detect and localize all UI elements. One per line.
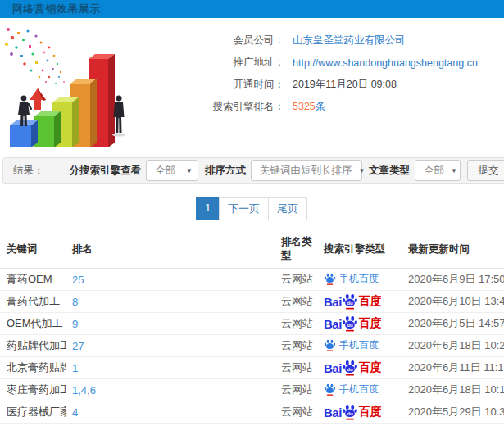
- rank-count: 5325: [293, 101, 316, 112]
- rank-type-cell: 云网站: [275, 313, 317, 335]
- rank-type-cell: 云网站: [275, 357, 317, 379]
- page-title: 网络营销效果展示: [0, 2, 101, 16]
- engine-rank-row: 搜索引擎排名： 5325条: [152, 96, 478, 118]
- table-row: 北京膏药贴牌1云网站Baidu百度2020年6月11日 11:18: [0, 357, 504, 379]
- sort-select[interactable]: 关键词由短到长排序 ▼: [251, 160, 362, 181]
- svg-text:du: du: [347, 411, 353, 416]
- account-info-list: 会员公司： 山东皇圣堂药业有限公司 推广地址： http://www.shand…: [152, 25, 478, 154]
- updated-cell: 2020年6月18日 10:19: [402, 379, 504, 401]
- rank-type-cell: 云网站: [275, 379, 317, 401]
- last-page-button[interactable]: 尾页: [268, 197, 307, 220]
- sort-select-value: 关键词由短到长排序: [260, 164, 352, 178]
- promo-url-link[interactable]: http://www.shandonghuangshengtang.cn: [293, 57, 478, 69]
- keyword-cell: 药贴牌代加工: [0, 335, 66, 357]
- baidu-logo-hanzi: 百度: [359, 316, 382, 331]
- table-row: 枣庄膏药加工1,4,6云网站手机百度2020年6月18日 10:19: [0, 379, 504, 401]
- table-row: OEM代加工9云网站Baidu百度2020年6月5日 14:57: [0, 313, 504, 335]
- rank-cell: 1: [66, 357, 275, 379]
- engine-cell: Baidu百度: [317, 401, 402, 424]
- engine-cell: 手机百度: [317, 424, 402, 426]
- app-header: 网络营销效果展示: [0, 0, 504, 18]
- open-time-label: 开通时间：: [152, 78, 284, 92]
- updated-cell: 2020年5月29日 10:32: [402, 401, 504, 424]
- engine-cell: Baidu百度: [317, 291, 402, 313]
- rank-link[interactable]: 25: [72, 274, 84, 286]
- table-row: 药贴牌代加工27云网站手机百度2020年6月18日 10:25: [0, 335, 504, 357]
- engine-cell: Baidu百度: [317, 313, 402, 335]
- chevron-down-icon: ▼: [359, 167, 366, 174]
- promo-url-label: 推广地址：: [152, 56, 284, 70]
- baidu-paw-icon: [324, 383, 336, 396]
- rank-link[interactable]: 1: [72, 362, 78, 374]
- svg-text:du: du: [347, 323, 353, 328]
- engine-filter-label: 分搜索引擎查看: [70, 164, 142, 178]
- company-link[interactable]: 山东皇圣堂药业有限公司: [293, 34, 406, 48]
- page-1-button[interactable]: 1: [196, 197, 220, 220]
- filter-bar: 结果： 分搜索引擎查看 全部 ▼ 排序方式 关键词由短到长排序 ▼ 文章类型 全…: [2, 157, 504, 184]
- engine-rank-label: 搜索引擎排名：: [152, 100, 284, 114]
- next-page-button[interactable]: 下一页: [219, 197, 269, 220]
- chevron-down-icon: ▼: [451, 167, 457, 174]
- pagination: 1 下一页 尾页: [0, 197, 504, 220]
- results-table-body: 膏药OEM25云网站手机百度2020年6月9日 17:50膏药代加工8云网站Ba…: [0, 269, 504, 426]
- rank-link[interactable]: 8: [72, 296, 78, 308]
- rank-type-cell: 云网站: [275, 401, 317, 424]
- header-rank: 排名: [66, 230, 275, 269]
- header-updated: 最新更新时间: [402, 230, 504, 269]
- baidu-paw-icon: [324, 339, 336, 351]
- baidu-paw-icon: du: [342, 293, 358, 310]
- keyword-cell: 膏药代加工: [0, 291, 66, 313]
- mobile-baidu-badge: 手机百度: [324, 338, 379, 352]
- rank-cell: 4: [66, 401, 275, 424]
- keyword-cell: 膏药OEM: [0, 269, 66, 291]
- updated-cell: 2020年6月18日 10:25: [402, 335, 504, 357]
- submit-button[interactable]: 提交: [467, 160, 504, 181]
- open-time-row: 开通时间： 2019年11月20日 09:08: [152, 74, 478, 96]
- baidu-paw-icon: du: [342, 404, 358, 420]
- filter-controls: 分搜索引擎查看 全部 ▼ 排序方式 关键词由短到长排序 ▼ 文章类型 全部 ▼ …: [63, 160, 504, 181]
- updated-cell: 2020年6月5日 14:57: [402, 313, 504, 335]
- rank-type-cell: 云网站: [275, 424, 317, 426]
- mobile-baidu-badge: 手机百度: [324, 272, 379, 286]
- engine-cell: 手机百度: [317, 269, 402, 291]
- table-row: 菏泽膏药厂家17云网站手机百度2020年6月11日 11:40: [0, 424, 504, 426]
- rank-type-cell: 云网站: [275, 335, 317, 357]
- baidu-paw-icon: [324, 273, 336, 285]
- rank-cell: 27: [66, 335, 275, 357]
- baidu-logo-bai: Bai: [324, 361, 342, 375]
- rank-link[interactable]: 1,4,6: [72, 384, 96, 397]
- table-row: 医疗器械厂家4云网站Baidu百度2020年5月29日 10:32: [0, 401, 504, 424]
- rank-link[interactable]: 9: [72, 318, 78, 330]
- baidu-logo-hanzi: 百度: [359, 294, 382, 309]
- article-type-filter-label: 文章类型: [369, 164, 410, 178]
- engine-cell: 手机百度: [317, 379, 402, 401]
- header-keyword: 关键词: [0, 230, 66, 269]
- rank-type-cell: 云网站: [275, 269, 317, 291]
- article-type-select[interactable]: 全部 ▼: [415, 160, 461, 181]
- baidu-logo-hanzi: 百度: [359, 405, 382, 419]
- engine-select-value: 全部: [155, 164, 179, 178]
- up-arrow-icon: [30, 88, 46, 110]
- rank-link[interactable]: 4: [72, 406, 78, 419]
- open-time-value: 2019年11月20日 09:08: [293, 78, 397, 92]
- engine-select[interactable]: 全部 ▼: [146, 160, 198, 181]
- baidu-paw-icon: du: [342, 315, 358, 332]
- svg-text:du: du: [347, 301, 353, 306]
- engine-rank-value: 5325条: [293, 100, 325, 114]
- updated-cell: 2020年6月9日 17:50: [402, 269, 504, 291]
- keyword-cell: 北京膏药贴牌: [0, 357, 66, 379]
- rank-unit: 条: [316, 101, 326, 112]
- svg-text:du: du: [347, 367, 353, 372]
- rank-cell: 17: [66, 424, 275, 426]
- baidu-logo: Baidu百度: [324, 360, 382, 376]
- keyword-cell: 医疗器械厂家: [0, 401, 66, 424]
- header-rank-type: 排名类型: [275, 230, 317, 269]
- rank-cell: 8: [66, 291, 275, 313]
- rank-link[interactable]: 27: [72, 340, 84, 352]
- baidu-logo: Baidu百度: [324, 404, 382, 420]
- keyword-cell: 菏泽膏药厂家: [0, 424, 66, 426]
- baidu-logo-hanzi: 百度: [359, 360, 382, 375]
- company-label: 会员公司：: [152, 34, 284, 48]
- bar-blue: [10, 120, 38, 147]
- page: 网络营销效果展示: [0, 0, 504, 426]
